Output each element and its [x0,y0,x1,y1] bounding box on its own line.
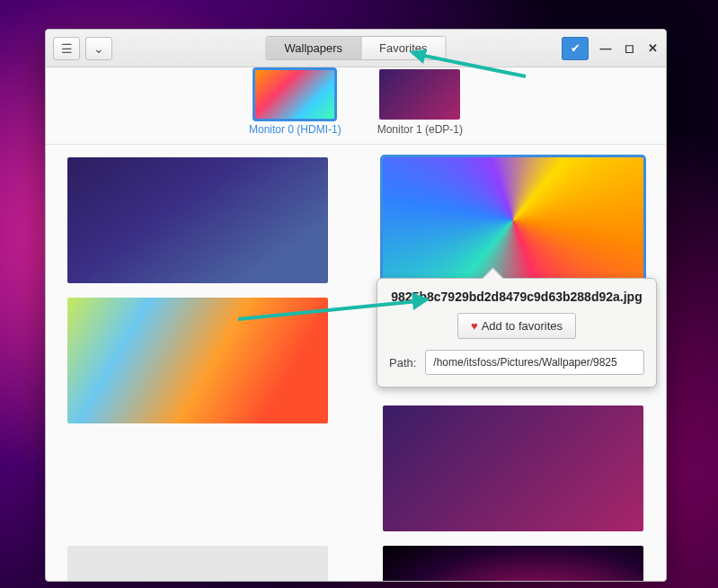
wallpaper-thumbnail[interactable] [67,298,328,423]
add-to-favorites-button[interactable]: ♥Add to favorites [457,313,576,339]
wallpaper-thumbnail[interactable] [67,157,328,283]
wallpaper-manager-window: ☰ ⌄ Wallpapers Favorites ✔ — ◻ ✕ Monit [45,29,667,582]
monitor-0[interactable]: Monitor 0 (HDMI-1) [249,69,341,144]
tab-favorites[interactable]: Favorites [360,37,445,59]
wallpaper-thumbnail[interactable] [383,546,643,581]
wallpaper-filename: 9825b8c7929bd2d8479c9d63b288d92a.jpg [389,290,644,304]
wallpaper-thumbnail-selected[interactable] [383,157,643,283]
monitor-0-preview [254,69,335,120]
check-icon: ✔ [571,41,581,55]
wallpaper-thumbnail[interactable] [67,546,328,581]
monitor-1-preview [379,69,460,120]
tab-bar: Wallpapers Favorites [265,36,446,60]
path-input[interactable] [425,350,644,375]
monitor-1-label: Monitor 1 (eDP-1) [377,123,463,136]
chevron-down-icon: ⌄ [93,41,104,56]
close-button[interactable]: ✕ [646,42,659,55]
collapse-button[interactable]: ⌄ [85,37,112,60]
titlebar: ☰ ⌄ Wallpapers Favorites ✔ — ◻ ✕ [46,30,666,67]
window-controls: ✔ — ◻ ✕ [562,37,659,60]
minimize-button[interactable]: — [599,42,612,55]
wallpaper-details-popover: 9825b8c7929bd2d8479c9d63b288d92a.jpg ♥Ad… [377,278,657,388]
path-label: Path: [389,356,416,370]
path-row: Path: [389,350,644,375]
favorite-button-label: Add to favorites [482,319,563,333]
monitor-1[interactable]: Monitor 1 (eDP-1) [377,69,463,144]
hamburger-icon: ☰ [61,41,73,56]
apply-button[interactable]: ✔ [562,37,589,60]
monitor-0-label: Monitor 0 (HDMI-1) [249,123,341,136]
wallpaper-thumbnail[interactable] [383,405,643,531]
maximize-button[interactable]: ◻ [623,42,635,55]
heart-icon: ♥ [471,319,478,333]
tab-wallpapers[interactable]: Wallpapers [266,37,360,59]
menu-button[interactable]: ☰ [53,37,80,60]
desktop-background: ☰ ⌄ Wallpapers Favorites ✔ — ◻ ✕ Monit [0,0,718,588]
monitor-selector: Monitor 0 (HDMI-1) Monitor 1 (eDP-1) [46,67,666,145]
wallpaper-grid: 9825b8c7929bd2d8479c9d63b288d92a.jpg ♥Ad… [46,145,666,581]
